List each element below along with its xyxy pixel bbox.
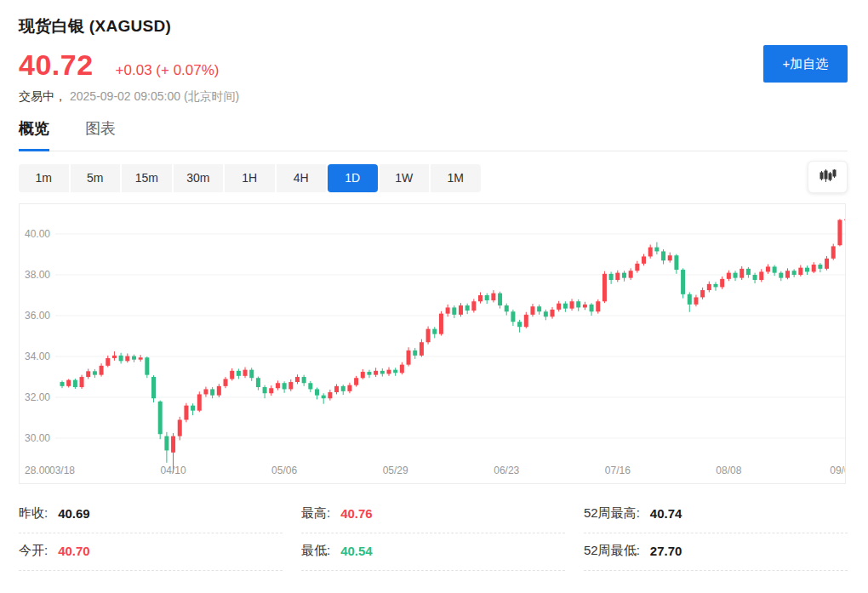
candle	[805, 268, 809, 272]
candle	[269, 388, 273, 393]
candle	[119, 356, 123, 361]
candle	[380, 371, 385, 374]
candle	[334, 386, 339, 392]
timeframe-button-5m[interactable]: 5m	[71, 164, 121, 192]
candle	[393, 370, 397, 373]
candle	[60, 382, 65, 386]
candle	[125, 356, 129, 362]
candle	[734, 273, 738, 278]
candle	[66, 380, 71, 386]
candle	[773, 266, 777, 272]
candle	[295, 377, 300, 382]
candle	[341, 386, 345, 391]
candle	[191, 406, 195, 411]
stat-label: 最高:	[301, 505, 330, 522]
timeframe-button-1D[interactable]: 1D	[328, 164, 378, 192]
candle	[407, 351, 411, 365]
timeframe-button-15m[interactable]: 15m	[122, 164, 172, 192]
candle	[361, 372, 365, 378]
candle	[426, 329, 431, 343]
candle	[203, 389, 208, 394]
candle	[308, 383, 312, 389]
candlestick-chart[interactable]: 40.0038.0036.0034.0032.0030.0028.0003/18…	[19, 203, 846, 484]
candle	[217, 386, 221, 396]
timeframe-button-30m[interactable]: 30m	[174, 164, 224, 192]
y-axis-label: 38.00	[25, 269, 50, 281]
tab-bar: 概览 图表	[19, 118, 848, 151]
stat-label: 昨收:	[19, 505, 48, 522]
candle	[80, 377, 84, 387]
candle	[615, 273, 620, 280]
stat-cell: 最高:40.76	[301, 496, 565, 533]
candlestick-icon	[819, 168, 837, 186]
candle	[302, 377, 306, 383]
candle	[459, 305, 463, 315]
stat-label: 52周最高:	[584, 505, 640, 522]
candle	[537, 306, 541, 311]
candle	[243, 370, 248, 376]
candle	[322, 396, 326, 399]
y-axis-label: 32.00	[25, 391, 50, 403]
candle	[785, 271, 790, 277]
candle	[452, 307, 456, 314]
x-axis-label: 05/06	[271, 465, 297, 476]
candle	[694, 297, 698, 304]
candle	[184, 406, 188, 420]
candle	[471, 301, 476, 311]
stat-cell: 52周最低:27.70	[584, 533, 848, 571]
candle	[446, 307, 450, 313]
candle	[439, 314, 443, 334]
add-watchlist-button[interactable]: +加自选	[763, 45, 848, 83]
candle	[746, 269, 751, 275]
candle	[139, 357, 143, 359]
x-axis-label: 06/23	[494, 465, 519, 476]
status-row: 交易中，2025-09-02 09:05:00 (北京时间)	[19, 89, 848, 105]
candle	[263, 387, 267, 393]
candle	[720, 279, 724, 288]
candle	[779, 273, 783, 278]
candle	[563, 304, 568, 309]
candle	[420, 342, 424, 356]
x-axis-label: 03/18	[49, 465, 75, 476]
candle	[106, 358, 110, 366]
tab-chart[interactable]: 图表	[85, 118, 116, 151]
tab-overview[interactable]: 概览	[19, 118, 49, 151]
stat-label: 52周最低:	[584, 543, 640, 559]
candle	[100, 366, 104, 375]
stat-cell: 今开:40.70	[19, 533, 283, 571]
candle	[145, 357, 149, 374]
timeframe-button-1H[interactable]: 1H	[225, 164, 275, 192]
candle	[478, 295, 483, 301]
timeframe-button-4H[interactable]: 4H	[277, 164, 327, 192]
candle	[596, 301, 600, 311]
stat-cell: 最低:40.54	[301, 533, 565, 571]
candle	[635, 264, 639, 271]
candle	[505, 305, 509, 311]
candle	[688, 294, 692, 305]
x-axis-label: 09/0	[830, 465, 845, 476]
active-tab-underline	[19, 149, 49, 151]
stat-cell: 昨收:40.69	[19, 496, 283, 533]
candle	[73, 380, 77, 387]
candle	[551, 310, 555, 316]
candle	[714, 284, 718, 288]
candle	[256, 378, 260, 387]
candle	[792, 271, 797, 275]
timeframe-button-1m[interactable]: 1m	[19, 164, 69, 192]
candle	[387, 370, 391, 374]
y-axis-label: 36.00	[25, 310, 50, 322]
price-row: 40.72 +0.03 (+ 0.07%)	[19, 48, 848, 82]
candle	[766, 266, 770, 271]
candle	[354, 378, 358, 385]
trading-status: 交易中，	[19, 89, 66, 103]
candle	[681, 270, 685, 294]
timeframe-button-1M[interactable]: 1M	[431, 164, 481, 192]
candle	[400, 365, 404, 373]
candle	[622, 273, 626, 278]
candle	[230, 371, 234, 379]
timeframe-button-1W[interactable]: 1W	[380, 164, 430, 192]
chart-type-button[interactable]	[808, 161, 848, 193]
stat-cell: 52周最高:40.74	[584, 496, 848, 533]
candle	[151, 377, 156, 398]
candle	[178, 419, 182, 436]
